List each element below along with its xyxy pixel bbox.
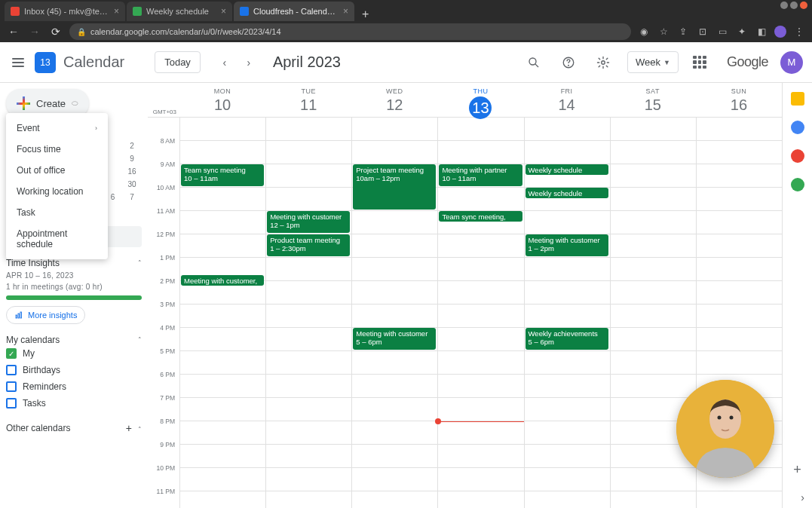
add-calendar-icon[interactable]: + xyxy=(126,422,132,434)
calendar-label: Reminders xyxy=(23,381,66,392)
eye-icon[interactable]: ◉ xyxy=(637,26,651,37)
hamburger-icon[interactable] xyxy=(9,54,27,72)
insights-range: APR 10 – 16, 2023 xyxy=(6,271,142,280)
collapse-rail-icon[interactable]: › xyxy=(801,491,804,503)
calendar-event[interactable]: Meeting with customer1 – 2pm xyxy=(526,234,608,256)
help-icon[interactable] xyxy=(555,49,582,76)
checkbox-icon[interactable] xyxy=(6,398,17,409)
install-icon[interactable]: ⊡ xyxy=(696,26,709,37)
day-column[interactable]: Project team meeting10am – 12pmMeeting w… xyxy=(351,118,437,508)
calendar-event[interactable]: Product team meeting1 – 2:30pm xyxy=(267,234,350,256)
day-column[interactable]: Meeting with partner10 – 11amTeam sync m… xyxy=(437,118,523,508)
day-number: 12 xyxy=(351,96,437,114)
calendar-event[interactable]: Meeting with customer, 2:45pm xyxy=(181,275,264,286)
day-number: 16 xyxy=(696,96,782,114)
day-header[interactable]: MON10 xyxy=(179,83,265,117)
day-header[interactable]: SUN16 xyxy=(696,83,782,117)
day-header[interactable]: TUE11 xyxy=(265,83,351,117)
svg-rect-8 xyxy=(16,315,17,318)
today-button[interactable]: Today xyxy=(155,51,201,73)
create-menu-item[interactable]: Task xyxy=(6,202,108,223)
calendar-item[interactable]: My xyxy=(6,345,142,362)
calendar-event[interactable]: Weekly schedule (Maxim Kush xyxy=(526,188,608,198)
browser-tab[interactable]: Weekly schedule× xyxy=(127,2,232,21)
favicon-icon xyxy=(133,7,142,16)
close-icon[interactable]: × xyxy=(114,6,119,17)
day-header[interactable]: FRI14 xyxy=(524,83,610,117)
create-menu-item[interactable]: Appointment schedule xyxy=(6,223,108,255)
day-column[interactable]: Weekly schedule (Maxim Kush Weekly sched… xyxy=(524,118,610,508)
create-menu-item[interactable]: Focus time xyxy=(6,139,108,160)
day-header[interactable]: WED12 xyxy=(351,83,437,117)
apps-icon[interactable] xyxy=(686,49,713,76)
settings-icon[interactable] xyxy=(590,49,617,76)
create-menu-item[interactable]: Working location xyxy=(6,181,108,202)
contacts-icon[interactable] xyxy=(791,149,804,163)
keep-icon[interactable] xyxy=(791,92,804,106)
day-of-week: MON xyxy=(179,87,265,95)
create-menu-item[interactable]: Out of office xyxy=(6,160,108,181)
side-icon[interactable]: ◧ xyxy=(755,26,768,37)
kebab-icon[interactable]: ⋮ xyxy=(792,26,806,37)
lock-icon: 🔒 xyxy=(77,28,86,36)
app-header: 13 Calendar Today ‹ › April 2023 Week▼ G… xyxy=(0,42,812,83)
timezone-label: GMT+03 xyxy=(148,83,179,117)
prev-week-button[interactable]: ‹ xyxy=(214,52,235,73)
calendar-event[interactable]: Meeting with customer12 – 1pm xyxy=(267,211,350,233)
calendar-item[interactable]: Birthdays xyxy=(6,362,142,378)
close-icon[interactable]: × xyxy=(343,6,348,17)
create-menu-item[interactable]: Event› xyxy=(6,118,108,139)
svg-point-3 xyxy=(568,65,569,66)
account-avatar[interactable]: M xyxy=(780,51,803,74)
calendar-event[interactable]: Weekly schedule (Maxim Kush xyxy=(526,164,608,175)
other-calendars-header[interactable]: Other calendars +˄ xyxy=(6,422,142,434)
url-text: calendar.google.com/calendar/u/0/r/week/… xyxy=(90,27,281,36)
calendar-item[interactable]: Reminders xyxy=(6,378,142,395)
reload-icon[interactable]: ⟳ xyxy=(48,26,63,38)
svg-rect-9 xyxy=(18,314,20,318)
calendar-event[interactable]: Weekly achievements5 – 6pm xyxy=(526,328,608,350)
forward-icon[interactable]: → xyxy=(27,26,42,38)
screens-icon[interactable]: ▭ xyxy=(715,26,729,37)
checkbox-icon[interactable] xyxy=(6,348,17,359)
more-insights-button[interactable]: More insights xyxy=(6,306,85,324)
view-switcher[interactable]: Week▼ xyxy=(627,51,679,73)
url-box[interactable]: 🔒 calendar.google.com/calendar/u/0/r/wee… xyxy=(69,23,631,40)
calendar-event[interactable]: Project team meeting10am – 12pm xyxy=(353,164,436,210)
extensions-icon[interactable]: ✦ xyxy=(735,26,749,37)
day-column[interactable]: Team sync meeting10 – 11amMeeting with c… xyxy=(179,118,265,508)
search-icon[interactable] xyxy=(520,49,547,76)
next-week-button[interactable]: › xyxy=(238,52,259,73)
day-header[interactable]: THU13 xyxy=(437,83,523,117)
insights-bar xyxy=(6,295,142,300)
insights-summary: 1 hr in meetings (avg: 0 hr) xyxy=(6,283,142,291)
day-header[interactable]: SAT15 xyxy=(610,83,696,117)
day-number: 11 xyxy=(265,96,351,114)
profile-chip[interactable] xyxy=(774,26,786,38)
day-of-week: SUN xyxy=(696,87,782,95)
tasks-icon[interactable] xyxy=(791,121,804,134)
back-icon[interactable]: ← xyxy=(6,26,21,38)
checkbox-icon[interactable] xyxy=(6,381,17,392)
close-icon[interactable]: × xyxy=(221,6,226,17)
calendar-event[interactable]: Meeting with partner10 – 11am xyxy=(439,164,522,186)
addons-icon[interactable]: + xyxy=(793,462,801,478)
star-icon[interactable]: ☆ xyxy=(657,26,670,37)
browser-tab[interactable]: Cloudfresh - Calendar - Week× xyxy=(234,2,354,21)
time-insights-header[interactable]: Time Insights˄ xyxy=(6,258,142,268)
browser-tab[interactable]: Inbox (45) - mkv@test.techsv× xyxy=(5,2,125,21)
day-number: 10 xyxy=(179,96,265,114)
calendar-item[interactable]: Tasks xyxy=(6,395,142,412)
new-tab-button[interactable]: + xyxy=(356,8,375,21)
webcam-bubble[interactable] xyxy=(676,380,774,478)
my-calendars-header[interactable]: My calendars˄ xyxy=(6,335,142,345)
calendar-event[interactable]: Team sync meeting10 – 11am xyxy=(181,164,264,186)
checkbox-icon[interactable] xyxy=(6,365,17,375)
maps-icon[interactable] xyxy=(791,178,804,191)
share-icon[interactable]: ⇪ xyxy=(676,26,690,37)
tabstrip: Inbox (45) - mkv@test.techsv×Weekly sche… xyxy=(0,0,812,21)
calendar-event[interactable]: Meeting with customer5 – 6pm xyxy=(353,328,436,350)
calendar-event[interactable]: Team sync meeting, 12pm xyxy=(439,211,522,222)
window-controls[interactable] xyxy=(780,2,807,9)
day-column[interactable]: Meeting with customer12 – 1pmProduct tea… xyxy=(265,118,351,508)
